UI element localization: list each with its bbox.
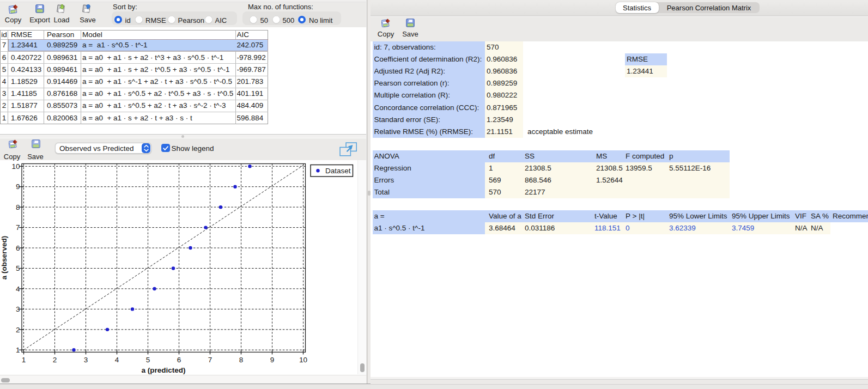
- svg-text:7: 7: [208, 356, 213, 364]
- svg-text:2: 2: [16, 326, 20, 334]
- svg-text:7: 7: [16, 223, 20, 232]
- svg-text:8: 8: [16, 203, 20, 211]
- svg-text:6: 6: [16, 244, 20, 252]
- svg-text:6: 6: [177, 356, 181, 364]
- svg-text:3: 3: [84, 356, 88, 364]
- svg-text:9: 9: [16, 183, 20, 191]
- svg-text:1: 1: [22, 356, 26, 364]
- svg-text:1: 1: [16, 346, 20, 354]
- svg-text:5: 5: [146, 356, 150, 364]
- svg-text:2: 2: [53, 356, 57, 364]
- svg-text:4: 4: [115, 356, 119, 364]
- svg-text:a (predicted): a (predicted): [141, 366, 185, 374]
- svg-text:5: 5: [16, 264, 20, 272]
- svg-text:4: 4: [16, 285, 20, 293]
- svg-text:10: 10: [11, 162, 20, 171]
- svg-text:9: 9: [270, 356, 275, 364]
- svg-text:8: 8: [239, 356, 244, 364]
- svg-text:3: 3: [16, 305, 20, 313]
- svg-text:a (observed): a (observed): [0, 236, 8, 279]
- svg-text:10: 10: [299, 356, 307, 364]
- svg-text:Dataset: Dataset: [325, 167, 351, 175]
